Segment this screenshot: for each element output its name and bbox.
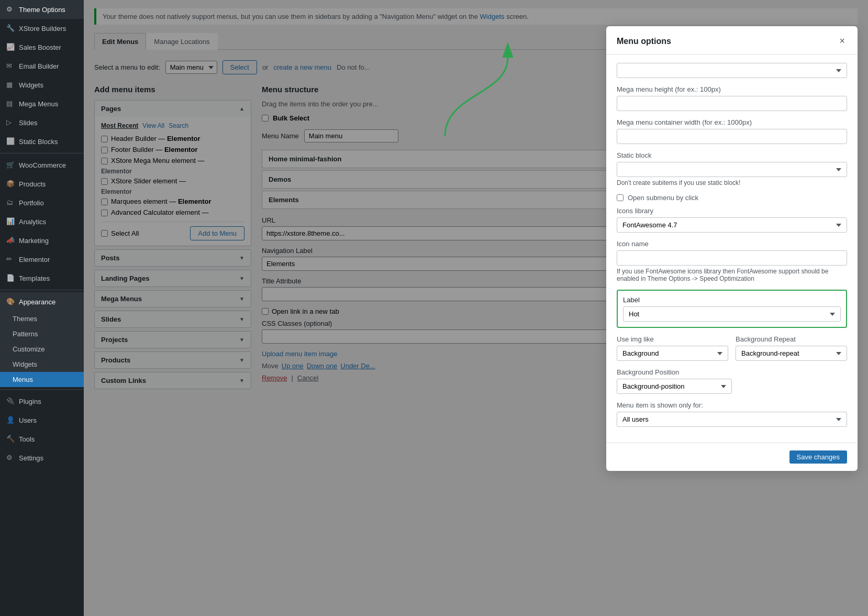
sidebar-item-slides[interactable]: ▷ Slides xyxy=(0,113,84,132)
sidebar-item-mega-menus[interactable]: ▤ Mega Menus xyxy=(0,94,84,113)
xstore-builders-icon: 🔧 xyxy=(6,24,15,32)
static-blocks-icon: ⬜ xyxy=(6,137,15,146)
open-submenu-checkbox-group: Open submenu by click xyxy=(617,194,847,202)
theme-options-icon: ⚙ xyxy=(6,5,15,14)
green-arrow xyxy=(440,42,524,147)
products-icon: 📦 xyxy=(6,180,15,188)
background-position-group: Background Position Background-position xyxy=(617,368,847,394)
icon-name-input[interactable] xyxy=(617,250,847,266)
sidebar-divider xyxy=(0,153,84,153)
sidebar-item-portfolio[interactable]: 🗂 Portfolio xyxy=(0,193,84,212)
save-changes-button[interactable]: Save changes xyxy=(789,450,847,464)
sidebar-item-analytics[interactable]: 📊 Analytics xyxy=(0,212,84,231)
static-block-hint: Don't create subitems if you use static … xyxy=(617,179,847,186)
use-img-like-label: Use img like xyxy=(617,335,728,343)
top-dropdown-group xyxy=(617,63,847,78)
sidebar-divider-3 xyxy=(0,389,84,390)
menu-item-shown-label: Menu item is shown only for: xyxy=(617,401,847,409)
modal-close-button[interactable]: × xyxy=(837,36,847,47)
woocommerce-icon: 🛒 xyxy=(6,161,15,169)
sidebar-item-themes[interactable]: Themes xyxy=(0,311,84,326)
slides-icon: ▷ xyxy=(6,118,15,127)
use-img-like-group: Use img like Background xyxy=(617,335,728,361)
mega-menu-width-group: Mega menu container width (for ex.: 1000… xyxy=(617,118,847,144)
static-block-select[interactable] xyxy=(617,162,847,177)
modal-overlay[interactable]: Menu options × Mega menu height (for ex.… xyxy=(84,0,868,616)
sidebar-item-xstore-builders[interactable]: 🔧 XStore Builders xyxy=(0,19,84,38)
use-img-like-select[interactable]: Background xyxy=(617,346,728,361)
users-icon: 👤 xyxy=(6,416,15,424)
mega-menu-height-input[interactable] xyxy=(617,96,847,111)
top-dropdown-select[interactable] xyxy=(617,63,847,78)
background-repeat-group: Background Repeat Background-repeat xyxy=(736,335,847,361)
sidebar-item-products[interactable]: 📦 Products xyxy=(0,174,84,193)
sidebar-item-theme-options[interactable]: ⚙ Theme Options xyxy=(0,0,84,19)
icon-hint: If you use FontAwesome icons library the… xyxy=(617,268,847,282)
sidebar-item-templates[interactable]: 📄 Templates xyxy=(0,269,84,288)
mega-menu-width-input[interactable] xyxy=(617,129,847,144)
sidebar-item-woocommerce[interactable]: 🛒 WooCommerce xyxy=(0,156,84,174)
background-repeat-select[interactable]: Background-repeat xyxy=(736,346,847,361)
email-builder-icon: ✉ xyxy=(6,62,15,70)
img-background-row: Use img like Background Background Repea… xyxy=(617,335,847,361)
menu-item-shown-group: Menu item is shown only for: All users xyxy=(617,401,847,427)
static-block-group: Static block Don't create subitems if yo… xyxy=(617,151,847,186)
background-repeat-label: Background Repeat xyxy=(736,335,847,343)
mega-menu-height-label: Mega menu height (for ex.: 100px) xyxy=(617,85,847,93)
label-field-group: Label Hot xyxy=(617,290,847,328)
icons-library-group: Icons library FontAwesome 4.7 xyxy=(617,207,847,233)
elementor-icon: ✏ xyxy=(6,255,15,263)
open-submenu-checkbox[interactable] xyxy=(617,194,624,201)
analytics-icon: 📊 xyxy=(6,217,15,226)
modal-title: Menu options xyxy=(617,37,671,46)
templates-icon: 📄 xyxy=(6,274,15,282)
label-field-label: Label xyxy=(623,296,841,304)
sidebar-item-settings[interactable]: ⚙ Settings xyxy=(0,448,84,467)
sales-booster-icon: 📈 xyxy=(6,43,15,51)
sidebar-item-email-builder[interactable]: ✉ Email Builder xyxy=(0,57,84,75)
modal-footer: Save changes xyxy=(606,443,858,471)
mega-menu-width-label: Mega menu container width (for ex.: 1000… xyxy=(617,118,847,126)
sidebar-item-appearance[interactable]: 🎨 Appearance xyxy=(0,292,84,311)
mega-menus-icon: ▤ xyxy=(6,100,15,108)
widgets-icon: ▦ xyxy=(6,81,15,89)
static-block-label: Static block xyxy=(617,151,847,159)
sidebar-divider-2 xyxy=(0,290,84,290)
sidebar-item-marketing[interactable]: 📣 Marketing xyxy=(0,231,84,250)
modal-body: Mega menu height (for ex.: 100px) Mega m… xyxy=(606,54,858,443)
portfolio-icon: 🗂 xyxy=(6,199,15,207)
mega-menu-height-group: Mega menu height (for ex.: 100px) xyxy=(617,85,847,111)
icon-name-group: Icon name If you use FontAwesome icons l… xyxy=(617,240,847,282)
sidebar-item-menus[interactable]: Menus xyxy=(0,372,84,387)
sidebar-item-widgets[interactable]: ▦ Widgets xyxy=(0,75,84,94)
sidebar-item-customize[interactable]: Customize xyxy=(0,342,84,357)
appearance-submenu: Themes Patterns Customize Widgets Menus xyxy=(0,311,84,387)
settings-icon: ⚙ xyxy=(6,454,15,462)
sidebar-item-patterns[interactable]: Patterns xyxy=(0,326,84,342)
sidebar-item-static-blocks[interactable]: ⬜ Static Blocks xyxy=(0,132,84,151)
sidebar-item-sales-booster[interactable]: 📈 Sales Booster xyxy=(0,38,84,57)
icons-library-label: Icons library xyxy=(617,207,847,215)
sidebar: ⚙ Theme Options 🔧 XStore Builders 📈 Sale… xyxy=(0,0,84,616)
sidebar-item-widgets-sub[interactable]: Widgets xyxy=(0,357,84,372)
marketing-icon: 📣 xyxy=(6,236,15,245)
main-content: Your theme does not natively support men… xyxy=(84,0,868,616)
background-position-label: Background Position xyxy=(617,368,847,376)
icons-library-select[interactable]: FontAwesome 4.7 xyxy=(617,217,847,233)
background-position-select[interactable]: Background-position xyxy=(617,379,732,394)
icon-name-label: Icon name xyxy=(617,240,847,248)
menu-item-shown-select[interactable]: All users xyxy=(617,412,847,427)
label-field-select[interactable]: Hot xyxy=(623,306,841,322)
appearance-icon: 🎨 xyxy=(6,298,15,306)
tools-icon: 🔨 xyxy=(6,435,15,443)
modal-header: Menu options × xyxy=(606,26,858,54)
plugins-icon: 🔌 xyxy=(6,397,15,405)
sidebar-item-plugins[interactable]: 🔌 Plugins xyxy=(0,392,84,411)
sidebar-item-tools[interactable]: 🔨 Tools xyxy=(0,430,84,448)
sidebar-item-users[interactable]: 👤 Users xyxy=(0,411,84,430)
menu-options-modal: Menu options × Mega menu height (for ex.… xyxy=(606,26,858,471)
sidebar-item-elementor[interactable]: ✏ Elementor xyxy=(0,250,84,269)
